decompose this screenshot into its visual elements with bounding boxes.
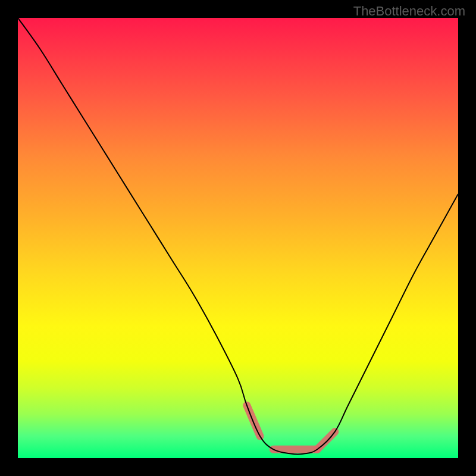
chart-plot-area: [18, 18, 458, 458]
chart-svg: [18, 18, 458, 458]
watermark-text: TheBottleneck.com: [353, 4, 465, 19]
bottleneck-curve: [18, 18, 458, 455]
